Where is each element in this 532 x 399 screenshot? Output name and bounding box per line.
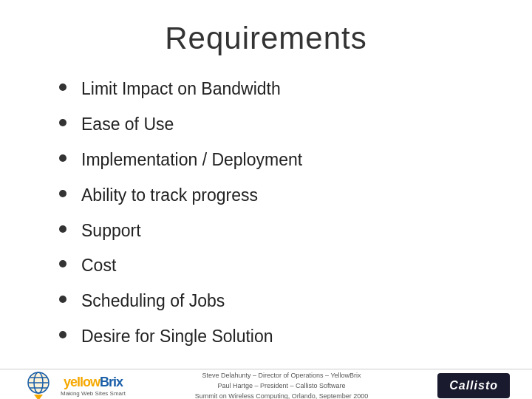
bullet-text: Scheduling of Jobs xyxy=(81,290,225,313)
svg-marker-6 xyxy=(34,395,43,399)
list-item: Desire for Single Solution xyxy=(59,326,488,348)
bullet-icon xyxy=(59,119,66,126)
bullet-text: Limit Impact on Bandwidth xyxy=(81,78,281,100)
attribution-line3: Summit on Wireless Computing, Orlando, S… xyxy=(140,391,423,399)
bullet-text: Support xyxy=(81,220,141,242)
bullet-icon xyxy=(59,296,66,303)
list-item: Ability to track progress xyxy=(59,185,488,207)
slide-title: Requirements xyxy=(30,21,502,56)
list-item: Implementation / Deployment xyxy=(59,149,488,171)
footer-attribution: Steve Delahunty – Director of Operations… xyxy=(126,370,437,399)
bullet-text: Desire for Single Solution xyxy=(81,326,273,348)
yellowbrix-icon xyxy=(22,369,55,399)
callisto-logo: Callisto xyxy=(437,373,510,398)
bullet-list: Limit Impact on BandwidthEase of UseImpl… xyxy=(59,78,488,361)
bullet-icon xyxy=(59,331,66,338)
attribution-line2: Paul Hartge – President – Callisto Softw… xyxy=(140,381,423,391)
bullet-icon xyxy=(59,83,66,91)
list-item: Support xyxy=(59,220,488,242)
title-area: Requirements xyxy=(0,0,532,64)
bullet-icon xyxy=(59,225,66,233)
bullet-text: Implementation / Deployment xyxy=(81,149,302,171)
logo-yellow: yellow xyxy=(64,375,100,389)
bullet-text: Ability to track progress xyxy=(81,185,258,207)
attribution-line1: Steve Delahunty – Director of Operations… xyxy=(140,370,423,381)
footer: yellowBrix Making Web Sites Smart Steve … xyxy=(0,369,532,399)
content-area: Limit Impact on BandwidthEase of UseImpl… xyxy=(0,64,532,369)
list-item: Ease of Use xyxy=(59,114,488,136)
bullet-icon xyxy=(59,154,66,162)
bullet-text: Ease of Use xyxy=(81,114,174,136)
logo-tagline: Making Web Sites Smart xyxy=(61,390,126,397)
yellowbrix-text: yellowBrix Making Web Sites Smart xyxy=(61,375,126,397)
list-item: Limit Impact on Bandwidth xyxy=(59,78,488,100)
list-item: Scheduling of Jobs xyxy=(59,290,488,313)
bullet-icon xyxy=(59,190,66,197)
bullet-text: Cost xyxy=(81,255,116,277)
bullet-icon xyxy=(59,260,66,267)
yellowbrix-logo-area: yellowBrix Making Web Sites Smart xyxy=(22,369,126,399)
list-item: Cost xyxy=(59,255,488,277)
logo-brix: Brix xyxy=(100,375,123,389)
slide: Requirements Limit Impact on BandwidthEa… xyxy=(0,0,532,399)
